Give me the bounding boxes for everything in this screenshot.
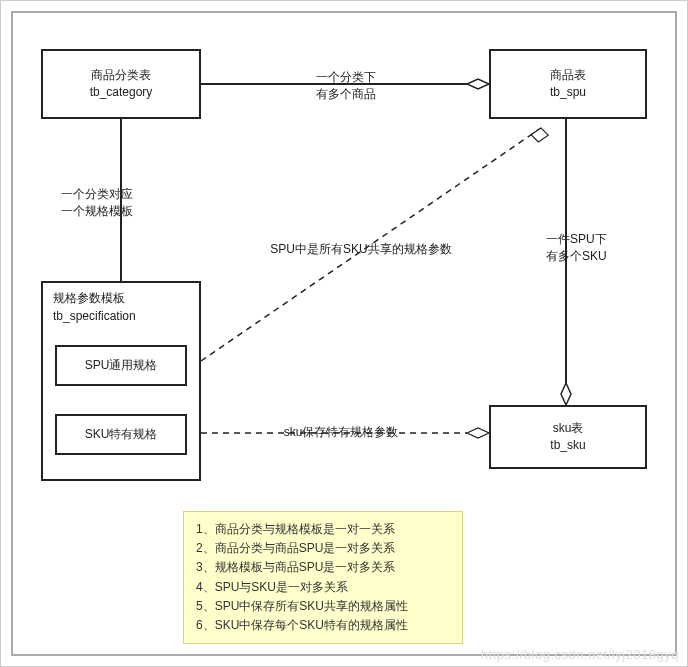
svg-marker-1 [467,79,489,89]
note-line: 2、商品分类与商品SPU是一对多关系 [196,539,450,558]
box-spec: 规格参数模板 tb_specification SPU通用规格 SKU特有规格 [41,281,201,481]
box-spu: 商品表 tb_spu [489,49,647,119]
svg-marker-4 [561,383,571,405]
sub-box-sku-specific: SKU特有规格 [55,414,187,455]
edge-spec-sku-l1: sku保存特有规格参数 [251,424,431,441]
box-category: 商品分类表 tb_category [41,49,201,119]
edge-cat-spec-l1: 一个分类对应 [61,186,181,203]
box-spec-title: 规格参数模板 [53,289,189,307]
edge-cat-spu-l1: 一个分类下 [291,69,401,86]
box-category-title: 商品分类表 [91,67,151,84]
box-sku: sku表 tb_sku [489,405,647,469]
note-box: 1、商品分类与规格模板是一对一关系 2、商品分类与商品SPU是一对多关系 3、规… [183,511,463,644]
note-line: 5、SPU中保存所有SKU共享的规格属性 [196,597,450,616]
svg-marker-8 [467,428,489,438]
diagram-canvas: 商品分类表 tb_category 商品表 tb_spu 规格参数模板 tb_s… [0,0,688,667]
edge-spu-sku-l1: 一件SPU下 [546,231,656,248]
box-sku-title: sku表 [553,420,584,437]
note-line: 1、商品分类与规格模板是一对一关系 [196,520,450,539]
box-sku-subtitle: tb_sku [550,437,585,454]
svg-marker-6 [531,127,548,143]
edge-spu-sku-l2: 有多个SKU [546,248,656,265]
box-spu-subtitle: tb_spu [550,84,586,101]
watermark-text: https://blog.csdn.net/lyj2018gyq [481,647,679,662]
box-spu-title: 商品表 [550,67,586,84]
edge-cat-spu-l2: 有多个商品 [291,86,401,103]
edge-cat-spec-l2: 一个规格模板 [61,203,181,220]
box-category-subtitle: tb_category [90,84,153,101]
note-line: 3、规格模板与商品SPU是一对多关系 [196,558,450,577]
edge-spec-spu-l1: SPU中是所有SKU共享的规格参数 [251,241,471,258]
box-spec-subtitle: tb_specification [53,307,189,325]
note-line: 4、SPU与SKU是一对多关系 [196,578,450,597]
note-line: 6、SKU中保存每个SKU特有的规格属性 [196,616,450,635]
box-spec-header: 规格参数模板 tb_specification [43,283,199,331]
sub-box-spu-common: SPU通用规格 [55,345,187,386]
